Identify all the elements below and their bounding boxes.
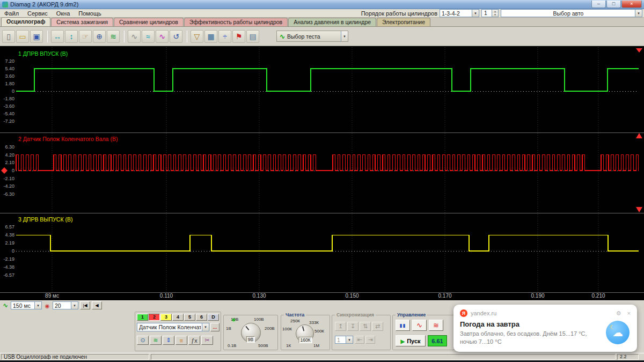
- frequency-dial-label-3: 333К: [309, 320, 319, 325]
- maximize-button[interactable]: □: [606, 1, 621, 8]
- continuous-sweep-button[interactable]: ≋: [429, 320, 443, 331]
- svg-text:0: 0: [12, 168, 14, 173]
- divide-icon[interactable]: ÷: [218, 30, 231, 43]
- zoom-in-icon[interactable]: ⊕: [93, 30, 106, 43]
- channel-d-button[interactable]: D: [208, 314, 219, 321]
- channel-1-button[interactable]: 1: [137, 314, 148, 321]
- measure-filter-icon[interactable]: ▽: [191, 30, 203, 43]
- channel-title-3: 3 ДПРВ ВЫПУСК (В): [18, 216, 72, 223]
- sync-shift-buttons: ⇤⇥: [355, 336, 375, 344]
- minimize-button[interactable]: –: [591, 1, 606, 8]
- control-title: Управление: [396, 312, 427, 317]
- cylinder-value: 1: [484, 10, 487, 16]
- close-button[interactable]: ×: [621, 1, 642, 8]
- frequency-dial-label-4: 500К: [314, 329, 324, 334]
- firing-order-value: 1-3-4-2: [442, 10, 460, 17]
- amplitude-arrows-icon[interactable]: ⇕: [163, 336, 174, 345]
- tab-5[interactable]: Электропитание: [377, 18, 430, 26]
- visibility-eye-icon[interactable]: ⊙: [137, 336, 149, 345]
- timebase-select[interactable]: 150 мс: [11, 301, 42, 309]
- spin-down-icon[interactable]: [492, 13, 498, 17]
- dropdown-arrow-icon[interactable]: [202, 323, 209, 331]
- trigger-both-icon[interactable]: ⇅: [360, 322, 371, 331]
- tools-cut-icon[interactable]: ✂: [201, 336, 213, 345]
- zoom-vertical-icon[interactable]: ↕: [65, 30, 78, 43]
- cylinder-spinner[interactable]: 1: [481, 9, 499, 17]
- tab-3[interactable]: Эффективность работы цилиндров: [184, 18, 288, 26]
- menu-item-2[interactable]: Окна: [52, 9, 75, 17]
- overlay-waves-icon[interactable]: ≈: [142, 30, 155, 43]
- table-grid-icon[interactable]: ▦: [204, 30, 217, 43]
- svg-text:4.38: 4.38: [5, 232, 14, 238]
- svg-text:0.110: 0.110: [160, 293, 173, 299]
- yandex-notification[interactable]: Я yandex.ru ⚙ × Погода на завтра Завтра …: [453, 305, 637, 352]
- channel-2-button[interactable]: 2: [149, 314, 160, 321]
- shift-left-icon[interactable]: ⇤: [355, 336, 364, 344]
- svg-text:1.80: 1.80: [5, 81, 14, 86]
- svg-text:-7.20: -7.20: [3, 119, 14, 124]
- test-select[interactable]: Выбор теста: [276, 31, 348, 42]
- notification-settings-icon[interactable]: ⚙: [616, 310, 621, 317]
- record-icon[interactable]: [43, 302, 51, 309]
- menu-items: ФайлСервисОкнаПомощь: [0, 9, 106, 17]
- start-button[interactable]: Пуск: [396, 335, 426, 346]
- step-back-button[interactable]: ◀: [92, 301, 102, 309]
- rainbow-waves-icon[interactable]: ≋: [150, 336, 162, 345]
- single-sweep-button[interactable]: ∿: [412, 320, 427, 331]
- oscilloscope-area[interactable]: 7.205.403.601.800-1.80-3.60-5.40-7.201 Д…: [0, 46, 644, 300]
- dropdown-arrow-icon[interactable]: [34, 302, 41, 309]
- frequency-dial-label-0: 1К: [286, 343, 291, 348]
- dropdown-arrow-icon[interactable]: [346, 336, 353, 343]
- car-select[interactable]: Выбор авто: [501, 9, 642, 17]
- svg-text:3.60: 3.60: [5, 73, 14, 79]
- channel-3-button[interactable]: 3: [160, 314, 172, 321]
- input-select[interactable]: Датчик Полож Коленчатого Ва: [137, 323, 209, 331]
- menu-item-3[interactable]: Помощь: [74, 9, 106, 17]
- tab-0[interactable]: Осциллограф: [1, 17, 50, 26]
- buffer-select[interactable]: 20: [53, 301, 78, 309]
- pan-hand-icon[interactable]: ☞: [79, 30, 92, 43]
- dropdown-arrow-icon[interactable]: [635, 10, 642, 17]
- svg-text:-5.40: -5.40: [3, 111, 14, 116]
- channel-5-button[interactable]: 5: [184, 314, 195, 321]
- marker-flag-icon[interactable]: ⚑: [232, 30, 245, 43]
- channel-waves-icon[interactable]: ≋: [107, 30, 120, 43]
- sync-channel-select[interactable]: 1: [335, 336, 353, 344]
- trigger-auto-icon[interactable]: ⇄: [372, 322, 383, 331]
- save-icon[interactable]: ▣: [30, 30, 43, 43]
- control-row1: ▮▮ ∿ ≋: [396, 320, 443, 331]
- trigger-fall-icon[interactable]: ↧: [347, 322, 358, 331]
- pause-button[interactable]: ▮▮: [396, 320, 410, 331]
- channel-title-2: 2 Датчик Полож Коленчатого Вала (В): [18, 136, 118, 142]
- notification-close-icon[interactable]: ×: [627, 310, 631, 317]
- toolbar-separator: [124, 31, 125, 42]
- function-fx-icon[interactable]: ƒx: [188, 336, 200, 345]
- title-bar[interactable]: Diamag 2 (АКОРД 9.dm2) –□×: [0, 0, 644, 9]
- firing-order-select[interactable]: 1-3-4-2: [440, 9, 479, 17]
- spectrum-waves-icon[interactable]: ∿: [156, 30, 169, 43]
- tab-1[interactable]: Система зажигания: [51, 18, 113, 26]
- menu-item-0[interactable]: Файл: [0, 9, 23, 17]
- channel-6-button[interactable]: 6: [196, 314, 207, 321]
- menu-item-1[interactable]: Сервис: [23, 9, 52, 17]
- open-folder-icon[interactable]: ▭: [16, 30, 29, 43]
- shift-right-icon[interactable]: ⇥: [365, 336, 375, 344]
- voltage-value: 9В: [246, 336, 255, 343]
- level-lines-icon[interactable]: ≡: [175, 336, 187, 345]
- zoom-horizontal-icon[interactable]: ↔: [51, 30, 64, 43]
- channel-4-button[interactable]: 4: [172, 314, 184, 321]
- more-button[interactable]: ...: [210, 323, 219, 331]
- new-file-icon[interactable]: ▯: [2, 30, 15, 43]
- test-select-value: Выбор теста: [287, 33, 320, 40]
- go-start-button[interactable]: |◀: [80, 301, 90, 309]
- clear-waves-icon[interactable]: ∿: [128, 30, 141, 43]
- dropdown-arrow-icon[interactable]: [71, 302, 78, 309]
- reset-scale-icon[interactable]: ↺: [170, 30, 182, 43]
- svg-text:2.19: 2.19: [5, 240, 14, 246]
- trigger-rise-icon[interactable]: ↥: [335, 322, 346, 331]
- dropdown-arrow-icon[interactable]: [472, 10, 479, 17]
- report-icon[interactable]: ▤: [246, 30, 259, 43]
- dropdown-arrow-icon[interactable]: [341, 31, 348, 41]
- tab-4[interactable]: Анализ давления в цилиндре: [288, 18, 376, 26]
- tab-2[interactable]: Сравнение цилиндров: [114, 18, 184, 26]
